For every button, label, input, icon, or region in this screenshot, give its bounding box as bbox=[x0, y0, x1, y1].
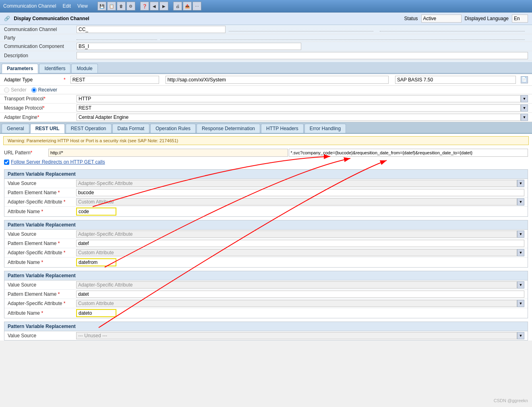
header-area: 🔗 Display Communication Channel Status D… bbox=[0, 12, 532, 74]
pvr-section-1: Pattern Variable Replacement Value Sourc… bbox=[4, 169, 528, 217]
pvr4-value-source-input[interactable] bbox=[76, 332, 517, 339]
pvr3-pattern-element-input[interactable] bbox=[76, 291, 524, 298]
receiver-radio[interactable]: Receiver bbox=[31, 87, 57, 93]
toolbar-forward[interactable]: ▶ bbox=[159, 2, 168, 10]
pvr2-value-source-row: Value Source ▼ bbox=[4, 230, 528, 239]
pvr3-adapter-specific-label: Adapter-Specific Attribute * bbox=[8, 301, 76, 306]
pvr2-pattern-element-input[interactable] bbox=[76, 240, 524, 247]
toolbar-more[interactable]: ⋯ bbox=[193, 2, 201, 10]
pvr1-value-source-dropdown-btn[interactable]: ▼ bbox=[517, 180, 524, 187]
pvr1-adapter-specific-dropdown-btn[interactable]: ▼ bbox=[517, 198, 524, 206]
url-pattern-row: URL Pattern* bbox=[0, 147, 532, 158]
adapter-engine-dropdown[interactable]: ▼ bbox=[521, 114, 528, 121]
tab-identifiers[interactable]: Identifiers bbox=[39, 64, 70, 73]
menu-edit[interactable]: Edit bbox=[62, 3, 71, 9]
pvr4-value-source-dropdown-btn[interactable]: ▼ bbox=[517, 332, 524, 339]
sender-radio[interactable]: Sender bbox=[4, 87, 27, 93]
menu-communication-channel[interactable]: Communication Channel bbox=[3, 3, 56, 9]
tab-rest-operation[interactable]: REST Operation bbox=[66, 124, 112, 133]
toolbar: 💾 📋 🗑 ⚙ ❓ ◀ ▶ 🖨 📤 ⋯ bbox=[97, 2, 201, 10]
status-input bbox=[421, 15, 462, 23]
adapter-engine-input[interactable] bbox=[77, 114, 521, 121]
pvr1-attribute-name-input[interactable] bbox=[76, 208, 116, 216]
pvr2-adapter-specific-dropdown-btn[interactable]: ▼ bbox=[517, 249, 524, 256]
follow-redirects-checkbox[interactable] bbox=[4, 160, 9, 165]
copy-icon[interactable]: 📄 bbox=[521, 76, 528, 83]
sender-receiver-row: Sender Receiver bbox=[0, 86, 532, 94]
transport-protocol-dropdown[interactable]: ▼ bbox=[521, 95, 528, 102]
transport-protocol-input[interactable] bbox=[77, 95, 521, 102]
parameters-content: Adapter Type * 📄 Sender Receiver Transpo… bbox=[0, 74, 532, 341]
pvr1-value-source-label: Value Source bbox=[8, 181, 76, 186]
pvr3-adapter-specific-dropdown-btn[interactable]: ▼ bbox=[517, 300, 524, 307]
toolbar-save[interactable]: 💾 bbox=[97, 2, 106, 10]
message-protocol-label: Message Protocol* bbox=[4, 105, 77, 111]
pvr1-pattern-element-row: Pattern Element Name * bbox=[4, 188, 528, 197]
toolbar-back[interactable]: ◀ bbox=[150, 2, 159, 10]
pvr3-value-source-dropdown-btn[interactable]: ▼ bbox=[517, 281, 524, 289]
menu-view[interactable]: View bbox=[77, 3, 88, 9]
tab-error-handling[interactable]: Error Handling bbox=[304, 124, 346, 133]
url-pattern-prefix[interactable] bbox=[48, 149, 288, 157]
message-protocol-input[interactable] bbox=[77, 104, 521, 112]
pvr1-adapter-specific-label: Adapter-Specific Attribute * bbox=[8, 199, 76, 205]
communication-channel-input[interactable] bbox=[77, 26, 226, 33]
communication-component-input[interactable] bbox=[77, 43, 301, 50]
description-input[interactable] bbox=[77, 52, 528, 59]
page-title: Display Communication Channel bbox=[14, 16, 89, 21]
tab-data-format[interactable]: Data Format bbox=[112, 124, 150, 133]
communication-component-value-container bbox=[77, 43, 528, 50]
pvr1-pattern-element-input[interactable] bbox=[76, 189, 524, 196]
pvr4-value-source-label: Value Source bbox=[8, 333, 76, 338]
pvr3-adapter-specific-input[interactable] bbox=[76, 300, 517, 307]
description-row: Description bbox=[0, 51, 532, 60]
pvr3-pattern-element-row: Pattern Element Name * bbox=[4, 290, 528, 299]
pvr1-attribute-name-row: Attribute Name * bbox=[4, 207, 528, 216]
pvr1-value-source-input-container: ▼ bbox=[76, 180, 524, 187]
toolbar-export[interactable]: 📤 bbox=[183, 2, 192, 10]
pvr-header-1: Pattern Variable Replacement bbox=[4, 170, 528, 179]
message-protocol-dropdown[interactable]: ▼ bbox=[521, 104, 528, 112]
pvr1-adapter-specific-input[interactable] bbox=[76, 198, 517, 206]
transport-protocol-row: Transport Protocol* ▼ bbox=[0, 94, 532, 104]
pvr2-adapter-specific-input[interactable] bbox=[76, 249, 517, 256]
displayed-language-input bbox=[512, 15, 528, 23]
pvr2-value-source-dropdown-btn[interactable]: ▼ bbox=[517, 230, 524, 238]
tab-general[interactable]: General bbox=[2, 124, 29, 133]
tab-rest-url[interactable]: REST URL bbox=[30, 124, 65, 133]
pvr2-attribute-name-input[interactable] bbox=[76, 258, 116, 266]
toolbar-help[interactable]: ❓ bbox=[140, 2, 149, 10]
transport-protocol-value-container: ▼ bbox=[77, 95, 528, 102]
pvr2-value-source-label: Value Source bbox=[8, 231, 76, 237]
follow-redirects-row[interactable]: Follow Server Redirects on HTTP GET call… bbox=[0, 158, 532, 166]
communication-channel-value-container bbox=[77, 26, 528, 33]
adapter-type-sap bbox=[395, 76, 516, 84]
pvr1-adapter-specific-container: ▼ bbox=[76, 198, 524, 206]
tab-response-determination[interactable]: Response Determination bbox=[197, 124, 260, 133]
pvr1-value-source-input[interactable] bbox=[76, 180, 517, 187]
tab-parameters[interactable]: Parameters bbox=[2, 64, 38, 73]
adapter-type-value[interactable] bbox=[70, 76, 159, 84]
communication-channel-label: Communication Channel bbox=[4, 27, 77, 32]
tab-operation-rules[interactable]: Operation Rules bbox=[150, 124, 196, 133]
pvr2-attribute-name-label: Attribute Name * bbox=[8, 260, 76, 265]
pvr3-adapter-specific-container: ▼ bbox=[76, 300, 524, 307]
pvr3-attribute-name-input[interactable] bbox=[76, 309, 116, 317]
pvr2-pattern-element-label: Pattern Element Name * bbox=[8, 241, 76, 246]
toolbar-copy[interactable]: 📋 bbox=[107, 2, 116, 10]
rest-url-content: Warning: Parameterizing HTTP Host or Por… bbox=[0, 136, 532, 341]
pvr3-attribute-name-label: Attribute Name * bbox=[8, 310, 76, 316]
party-value-container bbox=[77, 36, 528, 40]
pvr3-value-source-input[interactable] bbox=[76, 281, 517, 289]
communication-component-label: Communication Component bbox=[4, 44, 77, 49]
pvr-section-3: Pattern Variable Replacement Value Sourc… bbox=[4, 271, 528, 318]
tab-http-headers[interactable]: HTTP Headers bbox=[261, 124, 304, 133]
pvr1-pattern-element-label: Pattern Element Name * bbox=[8, 190, 76, 195]
url-pattern-suffix[interactable] bbox=[289, 149, 528, 157]
pvr3-value-source-row: Value Source ▼ bbox=[4, 280, 528, 290]
toolbar-settings[interactable]: ⚙ bbox=[126, 2, 135, 10]
toolbar-delete[interactable]: 🗑 bbox=[117, 2, 126, 10]
tab-module[interactable]: Module bbox=[71, 64, 97, 73]
toolbar-print[interactable]: 🖨 bbox=[173, 2, 182, 10]
pvr2-value-source-input[interactable] bbox=[76, 230, 517, 238]
